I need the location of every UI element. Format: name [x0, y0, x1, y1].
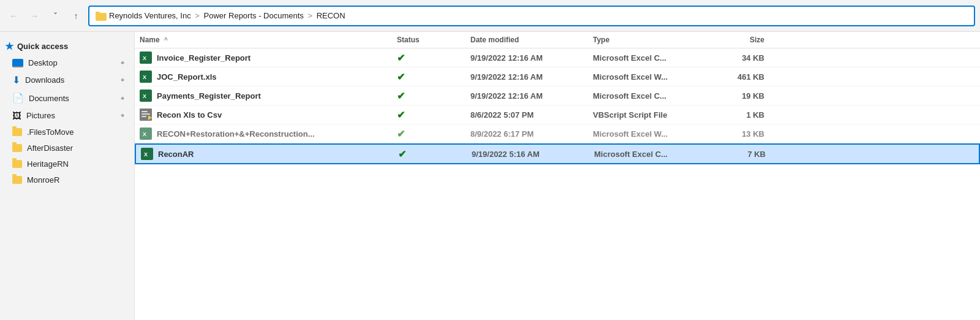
- file-list-container: Name ^ Status Date modified Type Size: [135, 32, 980, 320]
- svg-text:X: X: [143, 55, 146, 61]
- sidebar-item-filestomove[interactable]: .FilesToMove: [2, 124, 132, 140]
- table-row[interactable]: X JOC_Report.xls ✔ 9/19/2022 12:16 AM Mi…: [135, 67, 980, 86]
- file-explorer-window: ← → ˅ ↑ Reynolds Ventures, Inc > Power R…: [0, 0, 980, 320]
- file-name-cell: X JOC_Report.xls: [140, 70, 397, 83]
- sidebar-item-label: Downloads: [25, 75, 64, 85]
- file-type: Microsoft Excel W...: [593, 129, 715, 139]
- col-header-date[interactable]: Date modified: [470, 36, 593, 44]
- svg-rect-10: [141, 113, 150, 115]
- pin-icon: ⌖: [121, 112, 124, 120]
- file-type: Microsoft Excel C...: [593, 91, 715, 101]
- table-row[interactable]: Recon Xls to Csv ✔ 8/6/2022 5:07 PM VBSc…: [135, 105, 980, 124]
- file-name-cell: X RECON+Restoration+&+Reconstruction...: [140, 128, 397, 140]
- svg-text:X: X: [143, 93, 146, 99]
- desktop-icon: [12, 59, 23, 67]
- excel-icon: X: [140, 90, 152, 102]
- col-header-name[interactable]: Name ^: [140, 36, 397, 44]
- sidebar-item-label: Desktop: [28, 58, 58, 67]
- dropdown-button[interactable]: ˅: [47, 7, 64, 25]
- main-content: ★ Quick access Desktop ⌖ ⬇ Downloads ⌖ 📄…: [0, 32, 980, 320]
- quick-access-header: ★ Quick access: [0, 37, 134, 55]
- excel-icon: X: [141, 148, 153, 160]
- file-name-cell: X Payments_Register_Report: [140, 90, 397, 102]
- col-header-status[interactable]: Status: [397, 36, 470, 44]
- svg-text:X: X: [143, 74, 146, 80]
- excel-icon: X: [140, 70, 152, 83]
- file-list-header: Name ^ Status Date modified Type Size: [135, 32, 980, 48]
- excel-icon: X: [140, 51, 152, 64]
- file-date: 8/9/2022 6:17 PM: [470, 129, 593, 139]
- pin-icon: ⌖: [121, 94, 124, 102]
- file-name-cell: X ReconAR: [141, 148, 398, 160]
- sidebar-item-label: HeritageRN: [27, 159, 69, 169]
- download-icon: ⬇: [12, 74, 20, 86]
- table-row[interactable]: X Payments_Register_Report ✔ 9/19/2022 1…: [135, 86, 980, 105]
- file-status: ✔: [397, 128, 470, 140]
- file-size: 1 KB: [715, 110, 777, 120]
- sidebar-item-downloads[interactable]: ⬇ Downloads ⌖: [2, 71, 132, 89]
- file-type: Microsoft Excel W...: [593, 72, 715, 82]
- file-type: VBScript Script File: [593, 110, 715, 120]
- sidebar-item-label: AfterDisaster: [27, 143, 73, 153]
- file-size: 19 KB: [715, 91, 777, 101]
- sort-arrow: ^: [164, 37, 168, 44]
- table-row[interactable]: X Invoice_Register_Report ✔ 9/19/2022 12…: [135, 48, 980, 67]
- top-bar: ← → ˅ ↑ Reynolds Ventures, Inc > Power R…: [0, 0, 980, 32]
- excel-icon: X: [140, 128, 152, 140]
- file-status: ✔: [397, 71, 470, 83]
- vbs-icon: [140, 109, 152, 121]
- sidebar-item-pictures[interactable]: 🖼 Pictures ⌖: [2, 107, 132, 124]
- sidebar-item-monroer[interactable]: MonroeR: [2, 172, 132, 188]
- file-size: 13 KB: [715, 129, 777, 139]
- file-status: ✔: [398, 148, 472, 160]
- star-icon: ★: [5, 40, 13, 52]
- back-button[interactable]: ←: [5, 7, 22, 25]
- svg-rect-1: [96, 12, 100, 14]
- file-type: Microsoft Excel C...: [594, 150, 717, 159]
- sidebar-item-afterdisaster[interactable]: AfterDisaster: [2, 140, 132, 156]
- col-header-size[interactable]: Size: [715, 36, 777, 44]
- breadcrumb: Reynolds Ventures, Inc > Power Reports -…: [109, 11, 345, 20]
- pictures-icon: 🖼: [12, 110, 21, 121]
- folder-icon: [12, 160, 22, 168]
- sidebar-item-label: MonroeR: [27, 175, 59, 185]
- folder-icon: [12, 144, 22, 152]
- pin-icon: ⌖: [121, 76, 124, 84]
- sidebar-item-label: .FilesToMove: [27, 128, 74, 137]
- sidebar-item-label: Pictures: [26, 111, 55, 120]
- folder-icon: [12, 176, 22, 184]
- table-row[interactable]: X RECON+Restoration+&+Reconstruction... …: [135, 124, 980, 143]
- sidebar-item-heritagern[interactable]: HeritageRN: [2, 156, 132, 172]
- sidebar-item-desktop[interactable]: Desktop ⌖: [2, 55, 132, 70]
- file-date: 9/19/2022 12:16 AM: [470, 72, 593, 82]
- file-size: 461 KB: [715, 72, 777, 82]
- up-button[interactable]: ↑: [67, 7, 85, 25]
- svg-rect-9: [141, 111, 148, 112]
- folder-icon: [12, 128, 22, 136]
- file-date: 9/19/2022 12:16 AM: [470, 53, 593, 63]
- file-name-cell: X Invoice_Register_Report: [140, 51, 397, 64]
- forward-button[interactable]: →: [26, 7, 43, 25]
- file-status: ✔: [397, 90, 470, 102]
- svg-rect-11: [141, 116, 146, 117]
- folder-icon: [96, 10, 107, 21]
- sidebar-item-documents[interactable]: 📄 Documents ⌖: [2, 90, 132, 107]
- sidebar-item-label: Documents: [29, 94, 69, 103]
- file-status: ✔: [397, 109, 470, 121]
- file-status: ✔: [397, 52, 470, 64]
- file-name-cell: Recon Xls to Csv: [140, 109, 397, 121]
- col-header-type[interactable]: Type: [593, 36, 715, 44]
- table-row[interactable]: X ReconAR ✔ 9/19/2022 5:16 AM Microsoft …: [135, 143, 980, 164]
- file-date: 9/19/2022 5:16 AM: [472, 150, 594, 159]
- pin-icon: ⌖: [121, 59, 124, 67]
- svg-text:X: X: [143, 131, 146, 137]
- file-size: 34 KB: [715, 53, 777, 63]
- sidebar: ★ Quick access Desktop ⌖ ⬇ Downloads ⌖ 📄…: [0, 32, 135, 320]
- documents-icon: 📄: [12, 93, 24, 104]
- file-size: 7 KB: [717, 150, 778, 159]
- quick-access-label: Quick access: [17, 42, 68, 51]
- address-bar[interactable]: Reynolds Ventures, Inc > Power Reports -…: [88, 6, 975, 26]
- file-date: 9/19/2022 12:16 AM: [470, 91, 593, 101]
- svg-text:X: X: [144, 151, 148, 158]
- file-type: Microsoft Excel C...: [593, 53, 715, 63]
